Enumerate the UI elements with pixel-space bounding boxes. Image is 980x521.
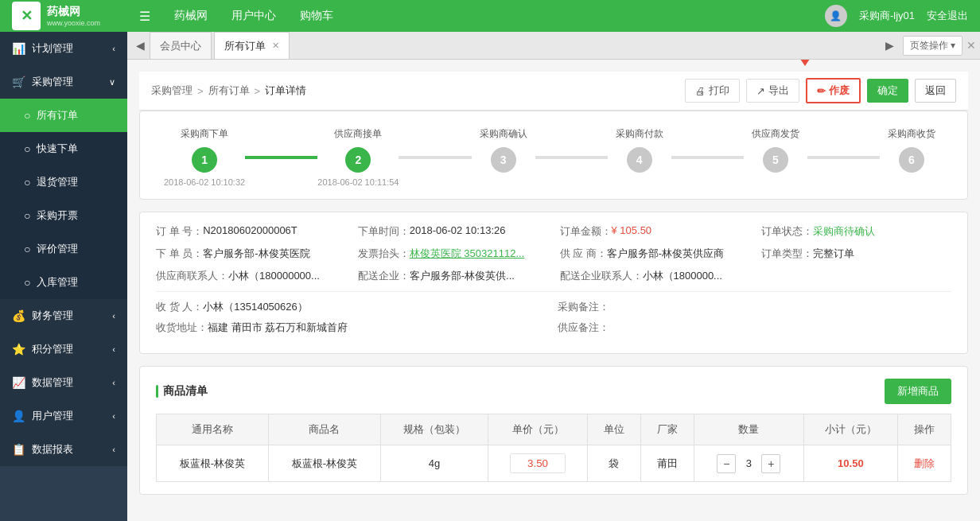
supplier-note-label: 供应备注： xyxy=(558,321,609,335)
receiver-item: 收 货 人： 小林（13514050626） xyxy=(156,300,550,314)
step-4-label: 采购商付款 xyxy=(616,127,663,141)
sidebar-label-return: 退货管理 xyxy=(37,175,78,189)
col-subtotal: 小计（元） xyxy=(803,414,897,445)
menu-item-cart[interactable]: 购物车 xyxy=(300,9,333,23)
void-button[interactable]: ✏ 作废 xyxy=(806,78,861,103)
user-avatar: 👤 xyxy=(825,5,847,27)
sidebar-item-points[interactable]: ⭐ 积分管理 ‹ xyxy=(0,332,127,366)
quick-order-icon: ○ xyxy=(24,142,30,155)
add-product-button[interactable]: 新增商品 xyxy=(885,379,951,404)
tab-bar-close-icon[interactable]: ✕ xyxy=(966,39,976,52)
tab-nav-right[interactable]: ▶ xyxy=(881,39,899,52)
cell-subtotal: 10.50 xyxy=(803,445,897,482)
address-value: 福建 莆田市 荔石万和新城首府 xyxy=(208,321,348,335)
cell-unit: 袋 xyxy=(587,445,640,482)
menu-item-user-center[interactable]: 用户中心 xyxy=(231,9,276,23)
sidebar-item-report[interactable]: 📋 数据报表 ‹ xyxy=(0,433,127,466)
supplier-label: 供 应 商： xyxy=(560,247,607,261)
step-1-label: 采购商下单 xyxy=(181,127,228,141)
invoice-value[interactable]: 林俊英医院 350321112... xyxy=(410,247,525,261)
breadcrumb-bar: 采购管理 > 所有订单 > 订单详情 核对订单信息后，点击"作废" 🖨 打印 xyxy=(139,72,968,111)
qty-value: 3 xyxy=(741,457,756,469)
delivery-value: 客户服务部-林俊英供... xyxy=(410,269,515,283)
qty-minus-button[interactable]: − xyxy=(717,454,736,473)
page-operation-button[interactable]: 页签操作 ▾ xyxy=(903,36,962,56)
hamburger-icon[interactable]: ☰ xyxy=(139,9,150,24)
col-product-name: 商品名 xyxy=(268,414,380,445)
print-button[interactable]: 🖨 打印 xyxy=(685,79,740,103)
buyer-value: 客户服务部-林俊英医院 xyxy=(203,247,309,261)
steps-row: 采购商下单 1 2018-06-02 10:10:32 供应商接单 2 2018… xyxy=(164,127,943,187)
breadcrumb-order-detail: 订单详情 xyxy=(265,84,306,98)
back-button[interactable]: 返回 xyxy=(915,79,956,103)
sidebar-item-plan[interactable]: 📊 计划管理 ‹ xyxy=(0,32,127,65)
info-row-address: 收货地址： 福建 莆田市 荔石万和新城首府 供应备注： xyxy=(156,321,951,335)
menu-item-yaojiexie[interactable]: 药械网 xyxy=(174,9,208,23)
sidebar: 📊 计划管理 ‹ 🛒 采购管理 ∨ ○ 所有订单 ○ 快速下单 ○ 退货管理 ○ xyxy=(0,32,127,521)
sidebar-item-data[interactable]: 📈 数据管理 ‹ xyxy=(0,366,127,399)
address-item: 收货地址： 福建 莆田市 荔石万和新城首府 xyxy=(156,321,550,335)
price-input[interactable] xyxy=(510,453,566,473)
tab-nav-left[interactable]: ◀ xyxy=(131,39,150,52)
order-amount-value: ¥ 105.50 xyxy=(612,224,652,236)
tab-close-icon[interactable]: ✕ xyxy=(272,41,279,51)
delete-button[interactable]: 删除 xyxy=(914,457,935,469)
col-manufacturer: 厂家 xyxy=(640,414,694,445)
sidebar-item-all-orders[interactable]: ○ 所有订单 xyxy=(0,99,127,132)
user-arrow-icon: ‹ xyxy=(112,411,115,421)
qty-plus-button[interactable]: + xyxy=(761,454,780,473)
step-2: 供应商接单 2 2018-06-02 10:11:54 xyxy=(317,127,399,187)
sidebar-item-invoice[interactable]: ○ 采购开票 xyxy=(0,199,127,232)
col-generic-name: 通用名称 xyxy=(157,414,269,445)
sidebar-item-return[interactable]: ○ 退货管理 xyxy=(0,165,127,199)
sidebar-item-purchase[interactable]: 🛒 采购管理 ∨ xyxy=(0,65,127,99)
breadcrumb-sep1: > xyxy=(197,85,204,97)
order-type-label: 订单类型： xyxy=(761,247,813,261)
print-icon: 🖨 xyxy=(695,85,706,97)
cell-price xyxy=(488,445,588,482)
main-layout: 📊 计划管理 ‹ 🛒 采购管理 ∨ ○ 所有订单 ○ 快速下单 ○ 退货管理 ○ xyxy=(0,32,980,521)
invoice-icon: ○ xyxy=(24,209,30,222)
sidebar-item-user[interactable]: 👤 用户管理 ‹ xyxy=(0,399,127,433)
delivery-item: 配送企业： 客户服务部-林俊英供... xyxy=(358,269,548,283)
tab-all-orders[interactable]: 所有订单 ✕ xyxy=(214,32,290,59)
cell-product-name: 板蓝根-林俊英 xyxy=(268,445,380,482)
top-right: 👤 采购商-ljy01 安全退出 xyxy=(825,5,968,27)
purchase-arrow-icon: ∨ xyxy=(109,77,115,87)
logo-text: 药械网 www.yooxie.com xyxy=(47,5,100,27)
delivery-contact-label: 配送企业联系人： xyxy=(560,269,643,283)
data-icon: 📈 xyxy=(12,376,25,389)
page-op-chevron: ▾ xyxy=(951,40,955,51)
sidebar-label-evaluate: 评价管理 xyxy=(37,242,78,256)
qty-control: − 3 + xyxy=(704,454,794,473)
step-5: 供应商发货 5 xyxy=(744,127,807,173)
sidebar-label-quick-order: 快速下单 xyxy=(37,142,78,156)
sidebar-item-quick-order[interactable]: ○ 快速下单 xyxy=(0,132,127,165)
order-type-value: 完整订单 xyxy=(813,247,854,261)
product-list-header: 商品清单 新增商品 xyxy=(156,379,951,404)
sidebar-item-warehouse[interactable]: ○ 入库管理 xyxy=(0,266,127,299)
report-icon: 📋 xyxy=(12,443,25,456)
sidebar-label-all-orders: 所有订单 xyxy=(37,108,78,122)
sidebar-item-evaluate[interactable]: ○ 评价管理 xyxy=(0,232,127,266)
step-5-circle: 5 xyxy=(763,147,788,173)
export-button[interactable]: ↗ 导出 xyxy=(746,79,799,103)
step-3-label: 采购商确认 xyxy=(480,127,527,141)
sidebar-label-points: 积分管理 xyxy=(32,342,73,356)
col-unit: 单位 xyxy=(587,414,640,445)
order-time-item: 下单时间： 2018-06-02 10:13:26 xyxy=(358,224,548,239)
sidebar-item-finance[interactable]: 💰 财务管理 ‹ xyxy=(0,299,127,332)
purchase-note-item: 采购备注： xyxy=(558,300,951,314)
tab-member-center[interactable]: 会员中心 xyxy=(150,32,212,59)
delivery-contact-item: 配送企业联系人： 小林（1800000... xyxy=(560,269,952,283)
step-6: 采购商收货 6 xyxy=(880,127,943,173)
supplier-contact-label: 供应商联系人： xyxy=(156,269,228,283)
logout-button[interactable]: 安全退出 xyxy=(927,9,968,23)
tab-bar: ◀ 会员中心 所有订单 ✕ ▶ 页签操作 ▾ ✕ xyxy=(127,32,980,60)
confirm-button[interactable]: 确定 xyxy=(867,79,908,103)
cell-manufacturer: 莆田 xyxy=(640,445,694,482)
tab-all-orders-label: 所有订单 xyxy=(224,39,266,53)
tab-member-label: 会员中心 xyxy=(160,39,201,53)
order-no-value: N20180602000006T xyxy=(203,224,298,236)
col-spec: 规格（包装） xyxy=(380,414,488,445)
